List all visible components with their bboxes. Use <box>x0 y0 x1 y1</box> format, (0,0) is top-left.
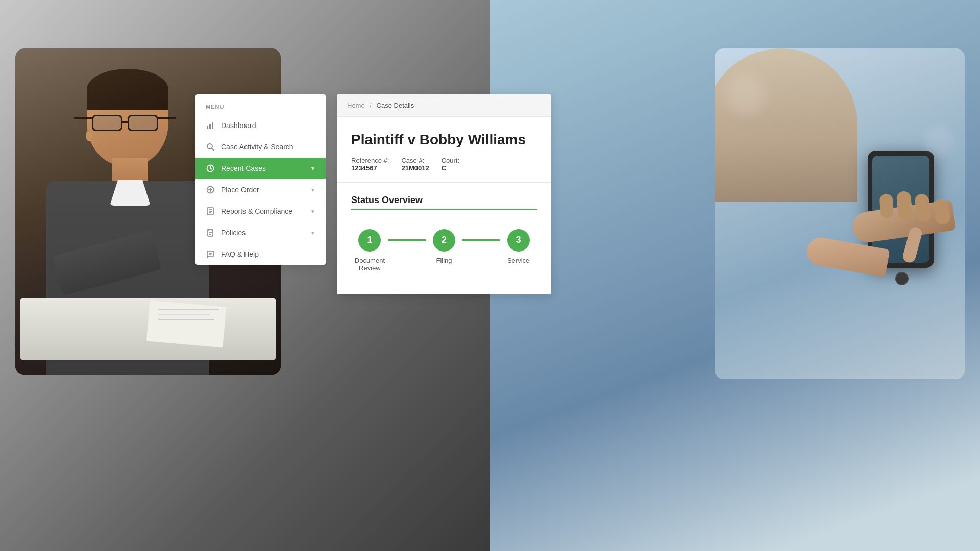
plus-icon <box>206 185 215 194</box>
place-order-label: Place Order <box>221 186 310 194</box>
court-meta: Court: C <box>442 157 459 172</box>
step-2: 2 Filing <box>426 229 463 264</box>
status-divider <box>351 209 537 210</box>
step-1-label: Document Review <box>351 257 388 272</box>
photo-phone-hands <box>715 48 965 379</box>
case-label: Case #: <box>401 157 429 164</box>
svg-line-4 <box>212 148 214 151</box>
recent-cases-arrow: ▼ <box>310 166 315 171</box>
step-2-label: Filing <box>436 257 452 264</box>
sidebar-item-dashboard[interactable]: Dashboard <box>195 115 326 136</box>
sidebar-item-reports[interactable]: Reports & Compliance ▼ <box>195 201 326 222</box>
report-icon <box>206 207 215 216</box>
step-3-label: Service <box>507 257 529 264</box>
svg-rect-16 <box>207 251 214 256</box>
svg-rect-2 <box>212 122 213 129</box>
step-3-circle: 3 <box>507 229 530 252</box>
faq-icon <box>206 249 215 259</box>
step-line-2 <box>462 239 500 241</box>
faq-label: FAQ & Help <box>221 250 315 258</box>
breadcrumb: Home / Case Details <box>337 94 551 117</box>
sidebar-item-faq[interactable]: FAQ & Help <box>195 243 326 265</box>
sidebar-item-policies[interactable]: Policies ▼ <box>195 222 326 243</box>
status-title: Status Overview <box>351 195 537 206</box>
svg-rect-0 <box>207 126 208 129</box>
breadcrumb-current: Case Details <box>377 102 414 109</box>
policies-arrow: ▼ <box>310 230 315 236</box>
case-details-panel: Home / Case Details Plaintiff v Bobby Wi… <box>337 94 551 294</box>
search-icon <box>206 142 215 152</box>
reference-meta: Reference #: 1234567 <box>351 157 389 172</box>
step-2-circle: 2 <box>433 229 455 252</box>
sidebar-item-case-activity[interactable]: Case Activity & Search <box>195 136 326 158</box>
menu-label: MENU <box>195 94 326 115</box>
step-1: 1 Document Review <box>351 229 388 272</box>
step-2-number: 2 <box>442 235 447 245</box>
svg-point-3 <box>207 144 212 149</box>
case-meta: Reference #: 1234567 Case #: 21M0012 Cou… <box>351 157 537 172</box>
court-label: Court: <box>442 157 459 164</box>
recent-icon <box>206 164 215 173</box>
court-value: C <box>442 164 459 172</box>
case-activity-label: Case Activity & Search <box>221 143 315 151</box>
sidebar-item-recent-cases[interactable]: Recent Cases ▼ <box>195 158 326 179</box>
status-section: Status Overview 1 Document Review 2 Fili… <box>337 183 551 294</box>
policies-icon <box>206 228 215 237</box>
policies-label: Policies <box>221 229 310 237</box>
step-3-number: 3 <box>516 235 521 245</box>
step-1-circle: 1 <box>358 229 381 252</box>
reference-label: Reference #: <box>351 157 389 164</box>
step-1-number: 1 <box>367 235 372 245</box>
recent-cases-label: Recent Cases <box>221 164 310 172</box>
reference-value: 1234567 <box>351 164 389 172</box>
status-steps: 1 Document Review 2 Filing 3 Service <box>351 224 537 282</box>
case-value: 21M0012 <box>401 164 429 172</box>
place-order-arrow: ▼ <box>310 187 315 193</box>
case-header: Plaintiff v Bobby Williams Reference #: … <box>337 117 551 183</box>
reports-arrow: ▼ <box>310 209 315 214</box>
bar-chart-icon <box>206 121 215 130</box>
sidebar-item-place-order[interactable]: Place Order ▼ <box>195 179 326 201</box>
step-line-1 <box>388 239 426 241</box>
sidebar-panel: MENU Dashboard Case Activity & Search <box>195 94 326 265</box>
case-number-meta: Case #: 21M0012 <box>401 157 429 172</box>
dashboard-label: Dashboard <box>221 121 315 130</box>
step-3: 3 Service <box>500 229 537 264</box>
breadcrumb-separator: / <box>370 102 372 109</box>
case-title: Plaintiff v Bobby Williams <box>351 131 537 148</box>
reports-label: Reports & Compliance <box>221 207 310 215</box>
svg-rect-1 <box>209 124 211 129</box>
breadcrumb-home[interactable]: Home <box>347 102 365 109</box>
background-right <box>490 0 980 551</box>
